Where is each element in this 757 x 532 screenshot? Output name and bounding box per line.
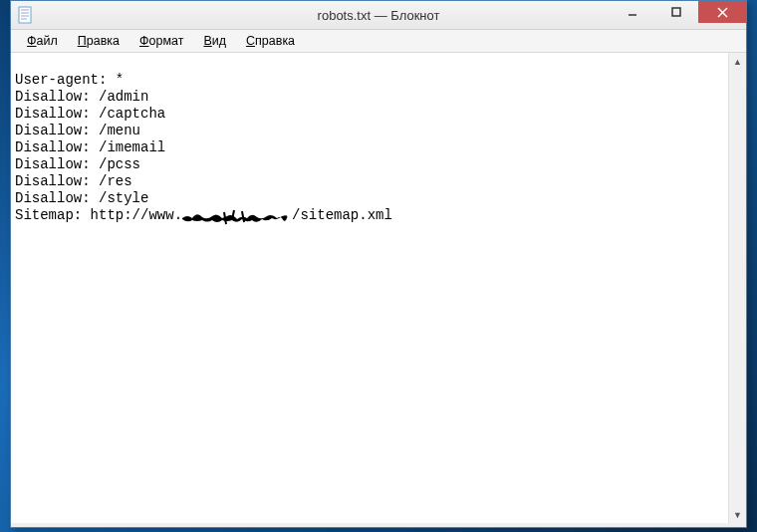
maximize-button[interactable]	[654, 1, 698, 23]
vertical-scrollbar[interactable]: ▲ ▼	[728, 53, 746, 523]
window-controls	[611, 1, 746, 23]
menu-format[interactable]: Формат	[129, 32, 193, 50]
scroll-down-arrow-icon[interactable]: ▼	[729, 506, 746, 523]
redacted-domain	[182, 206, 292, 220]
editor-line[interactable]: Disallow: /menu	[15, 123, 140, 138]
menu-file[interactable]: Файл	[17, 32, 68, 50]
minimize-button[interactable]	[611, 1, 654, 23]
menu-edit[interactable]: Правка	[68, 32, 129, 50]
menu-view[interactable]: Вид	[193, 32, 236, 50]
menubar: Файл Правка Формат Вид Справка	[11, 30, 746, 53]
editor-line[interactable]: User-agent: *	[15, 72, 124, 88]
editor-line[interactable]: Disallow: /admin	[15, 89, 148, 105]
desktop-background: robots.txt — Блокнот Файл Правка Формат …	[0, 0, 757, 532]
sitemap-prefix[interactable]: Sitemap: http://www.	[15, 207, 182, 223]
sitemap-suffix[interactable]: /sitemap.xml	[292, 207, 392, 223]
editor-line[interactable]: Disallow: /res	[15, 173, 132, 189]
editor-line[interactable]: Disallow: /captcha	[15, 106, 165, 122]
close-button[interactable]	[698, 1, 746, 23]
menu-help[interactable]: Справка	[236, 32, 305, 50]
scroll-track[interactable]	[729, 70, 746, 506]
editor-line[interactable]: Disallow: /style	[15, 190, 148, 206]
window-border-bottom	[11, 523, 746, 527]
scroll-up-arrow-icon[interactable]: ▲	[729, 53, 746, 70]
titlebar[interactable]: robots.txt — Блокнот	[11, 1, 746, 30]
editor-line[interactable]: Disallow: /imemail	[15, 139, 165, 155]
svg-rect-6	[672, 8, 680, 16]
text-editor-area[interactable]: User-agent: * Disallow: /admin Disallow:…	[11, 53, 746, 523]
editor-text-content[interactable]: User-agent: * Disallow: /admin Disallow:…	[11, 53, 746, 226]
svg-rect-0	[19, 7, 31, 23]
notepad-icon	[17, 5, 33, 25]
editor-line-sitemap[interactable]: Sitemap: http://www./sitemap.xml	[15, 207, 392, 223]
notepad-window: robots.txt — Блокнот Файл Правка Формат …	[10, 0, 747, 528]
editor-line[interactable]: Disallow: /pcss	[15, 156, 140, 172]
